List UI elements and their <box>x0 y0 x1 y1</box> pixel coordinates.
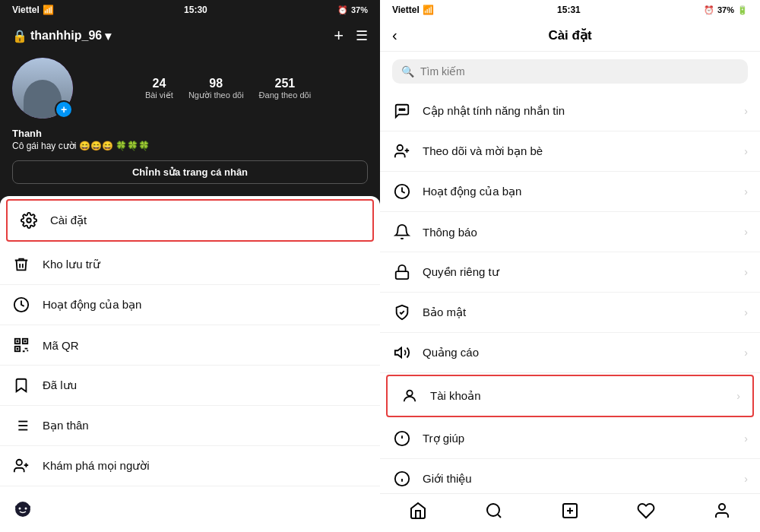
svg-point-30 <box>401 109 403 110</box>
chevron-right-icon-3: › <box>744 185 748 198</box>
menu-item-activity[interactable]: Hoạt động của bạn <box>0 285 380 325</box>
bottom-nav <box>380 493 760 532</box>
ads-icon <box>392 343 412 363</box>
account-label: Tài khoản <box>430 389 726 403</box>
security-icon <box>392 302 412 322</box>
fchat-icon <box>9 496 36 523</box>
search-input[interactable] <box>420 65 739 78</box>
back-button[interactable]: ‹ <box>392 27 397 44</box>
stat-posts: 24 Bài viết <box>145 77 173 100</box>
posts-label: Bài viết <box>145 90 173 100</box>
lock-icon: 🔒 <box>12 29 27 43</box>
profile-header: 🔒 thanhhip_96 ▾ + ☰ <box>0 20 380 52</box>
followers-count: 98 <box>209 77 223 90</box>
saved-label: Đã lưu <box>43 378 77 392</box>
activity-right-label: Hoạt động của bạn <box>423 185 733 198</box>
svg-point-25 <box>19 508 21 510</box>
settings-item-security[interactable]: Bảo mật › <box>380 293 760 333</box>
followers-label: Người theo dõi <box>188 90 244 100</box>
nav-add-icon[interactable] <box>561 502 579 524</box>
svg-point-38 <box>407 391 412 396</box>
menu-item-saved[interactable]: Đã lưu <box>0 366 380 406</box>
svg-line-46 <box>498 515 501 518</box>
svg-point-21 <box>17 460 22 465</box>
svg-point-24 <box>15 502 30 517</box>
svg-rect-36 <box>396 271 409 279</box>
stat-following: 251 Đang theo dõi <box>259 77 312 100</box>
help-icon <box>392 429 412 448</box>
bio-name: Thanh <box>12 128 368 139</box>
wifi-right-icon: 📶 <box>423 5 434 15</box>
battery-left: 37% <box>351 5 368 14</box>
nav-profile-icon[interactable] <box>713 502 731 524</box>
avatar-add-button[interactable]: + <box>55 100 73 119</box>
left-menu-list: Cài đặt Kho lưu trữ Hoạt động của bạn Mã… <box>0 196 380 532</box>
qr-icon <box>12 336 30 354</box>
status-bar-right: Viettel 📶 15:31 ⏰ 37% 🔋 <box>380 0 760 20</box>
carrier-left: Viettel <box>12 5 40 15</box>
fchat-logo: fchat <box>9 496 74 523</box>
carrier-info: Viettel 📶 <box>12 5 54 15</box>
chevron-right-icon-6: › <box>744 306 748 318</box>
settings-item-activity[interactable]: Hoạt động của bạn › <box>380 172 760 212</box>
account-icon <box>400 386 420 406</box>
notification-label: Thông báo <box>423 226 733 239</box>
chevron-right-icon-2: › <box>744 145 748 157</box>
username-text: thanhhip_96 <box>30 29 102 43</box>
settings-item-privacy[interactable]: Quyền riêng tư › <box>380 252 760 293</box>
battery-right: 37% <box>717 5 734 14</box>
menu-item-discover[interactable]: Khám phá mọi người <box>0 446 380 486</box>
settings-item-account[interactable]: Tài khoản › <box>386 375 754 417</box>
messaging-icon <box>392 101 412 121</box>
menu-item-close-friends[interactable]: Bạn thân <box>0 406 380 446</box>
settings-item-follow[interactable]: Theo dõi và mời bạn bè › <box>380 131 760 172</box>
battery-info-left: ⏰ 37% <box>337 5 368 15</box>
notification-icon <box>392 222 412 242</box>
settings-item-ads[interactable]: Quảng cáo › <box>380 333 760 373</box>
menu-item-archive[interactable]: Kho lưu trữ <box>0 245 380 285</box>
chevron-right-icon-9: › <box>744 432 748 445</box>
avatar-wrapper: + <box>12 58 73 119</box>
svg-point-31 <box>404 109 405 110</box>
chevron-right-icon-5: › <box>744 266 748 278</box>
search-bar[interactable]: 🔍 <box>392 59 748 84</box>
settings-item-notification[interactable]: Thông báo › <box>380 212 760 252</box>
settings-item-messaging[interactable]: Cập nhật tính năng nhắn tin › <box>380 91 760 131</box>
settings-item-about[interactable]: Giới thiệu › <box>380 459 760 493</box>
carrier-right-text: Viettel <box>392 5 420 15</box>
qr-label: Mã QR <box>43 339 79 352</box>
alarm-icon: ⏰ <box>337 5 348 15</box>
about-icon <box>392 469 412 489</box>
svg-marker-37 <box>395 348 401 358</box>
nav-heart-icon[interactable] <box>637 502 655 524</box>
svg-point-27 <box>15 505 18 508</box>
svg-point-45 <box>487 504 499 516</box>
alarm-right-icon: ⏰ <box>704 5 714 15</box>
menu-item-qr[interactable]: Mã QR <box>0 325 380 366</box>
profile-username[interactable]: 🔒 thanhhip_96 ▾ <box>12 29 111 43</box>
settings-item-help[interactable]: Trợ giúp › <box>380 419 760 459</box>
activity-right-icon <box>392 182 412 201</box>
nav-home-icon[interactable] <box>409 502 427 524</box>
profile-actions: + ☰ <box>334 26 368 46</box>
bio-text: Cô gái hay cười 😄😄😄 🍀🍀🍀 <box>12 141 368 151</box>
close-friends-label: Bạn thân <box>43 419 89 432</box>
svg-rect-7 <box>17 348 19 350</box>
time-right: 15:31 <box>557 5 581 15</box>
help-label: Trợ giúp <box>423 432 733 445</box>
time-left: 15:30 <box>184 5 207 15</box>
menu-icon[interactable]: ☰ <box>356 27 368 44</box>
add-post-icon[interactable]: + <box>334 26 344 46</box>
svg-point-32 <box>397 145 403 150</box>
nav-search-icon[interactable] <box>485 502 503 524</box>
status-bar-left: Viettel 📶 15:30 ⏰ 37% <box>0 0 380 20</box>
menu-item-settings[interactable]: Cài đặt <box>6 199 374 242</box>
following-label: Đang theo dõi <box>259 90 312 100</box>
edit-profile-button[interactable]: Chỉnh sửa trang cá nhân <box>12 160 368 184</box>
settings-list: Cập nhật tính năng nhắn tin › Theo dõi v… <box>380 91 760 493</box>
saved-icon <box>12 376 30 394</box>
following-count: 251 <box>274 77 295 90</box>
svg-point-50 <box>719 504 725 510</box>
fchat-text: fchat <box>41 502 74 518</box>
right-panel: Viettel 📶 15:31 ⏰ 37% 🔋 ‹ Cài đặt 🔍 Cập … <box>380 0 760 532</box>
